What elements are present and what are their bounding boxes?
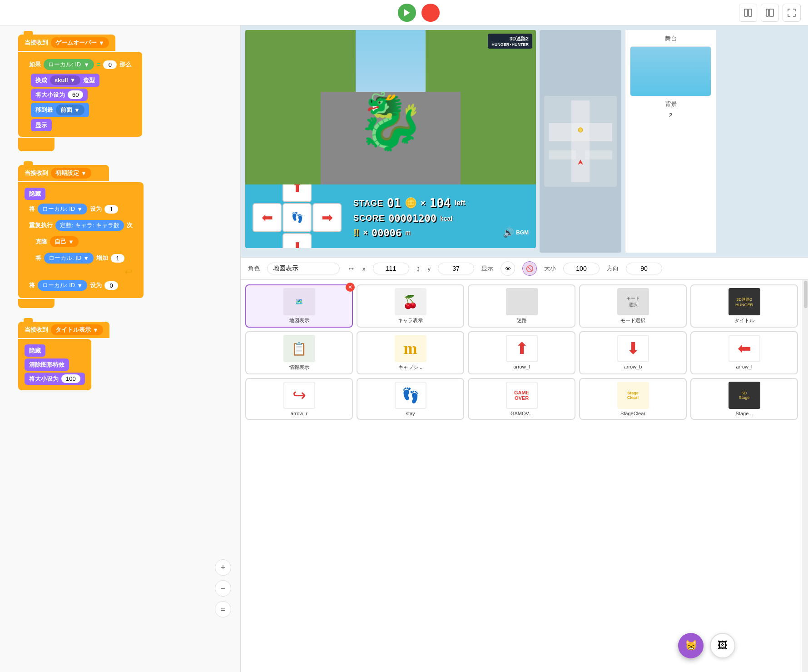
stop-button[interactable] [421, 4, 440, 22]
delete-badge[interactable]: ✕ [346, 283, 355, 292]
fullscreen-button[interactable] [783, 4, 801, 22]
sprite-card-maze[interactable]: 迷路 [468, 284, 575, 328]
sprite-img-chara: 🍒 [395, 288, 426, 315]
hat-prefix-1: 当接收到 [25, 39, 48, 47]
sprite-card-arrow-f[interactable]: ⬆ arrow_f [468, 331, 575, 374]
svg-rect-9 [585, 150, 612, 159]
green-flag-button[interactable] [398, 4, 416, 22]
hide-vis-button[interactable]: 🚫 [522, 261, 537, 276]
sprite-card-arrow-l[interactable]: ⬅ arrow_l [690, 331, 798, 374]
sprites-scrollbar[interactable] [803, 280, 808, 672]
sprite-card-arrow-b[interactable]: ⬇ arrow_b [579, 331, 687, 374]
local-id-var-3[interactable]: ローカル: ID ▼ [38, 280, 87, 291]
sprite-name-chara: キャラ表示 [398, 317, 423, 324]
clone-row: 克隆 自己 ▼ [31, 234, 137, 249]
svg-rect-4 [769, 9, 773, 16]
score-stat: SCORE 00001200 kcal [353, 213, 529, 224]
size-input[interactable] [563, 263, 600, 274]
set-id-row: 将 ローカル: ID ▼ 设为 1 [25, 202, 137, 216]
sprite-img-info: 📋 [283, 335, 315, 362]
local-id-var-2[interactable]: ローカル: ID ▼ [44, 253, 94, 264]
backdrop-count: 2 [630, 112, 711, 119]
clone-target-dropdown[interactable]: 自己 ▼ [50, 236, 79, 247]
hide-row-3: 隐藏 [25, 344, 85, 357]
stage-thumbnail[interactable] [630, 46, 711, 96]
sprite-properties-bar: 角色 ↔ x ↕ y 显示 👁 🚫 大小 方向 [241, 257, 808, 280]
hat-prefix-2: 当接收到 [25, 169, 48, 177]
arrow-down-btn[interactable]: ⬇ [283, 233, 312, 249]
sprite-card-gameover[interactable]: GAMEOVER GAMOV... [468, 378, 575, 420]
block-body-gameover: 如果 ローカル: ID ▼ = 0 那么 [18, 52, 142, 137]
sprite-name-maze: 迷路 [517, 317, 527, 324]
hat-event-init-dropdown[interactable]: 初期設定 ▼ [51, 168, 91, 179]
sprite-name-stay: stay [406, 411, 415, 416]
stage-sidebar: 舞台 背景 2 [625, 30, 716, 253]
hide-row-2: 隐藏 [25, 188, 137, 200]
zoom-reset-button[interactable]: = [215, 601, 231, 617]
costume-row: 换成 skull ▼ 造型 [31, 74, 136, 87]
arrow-right-btn[interactable]: ➡ [312, 203, 342, 232]
x-value-input[interactable] [373, 263, 409, 274]
val-1-input[interactable]: 1 [104, 205, 118, 214]
size-value-input[interactable]: 60 [68, 90, 83, 99]
zoom-out-button[interactable]: − [215, 580, 231, 597]
code-zoom-controls: + − = [215, 559, 231, 617]
sprite-card-map[interactable]: ✕ 🗺️ 地図表示 [245, 284, 353, 328]
dragon-character: 🐉 [357, 94, 425, 148]
sprite-img-arrow-r: ↪ [283, 382, 315, 409]
val-0-input[interactable]: 0 [104, 281, 118, 290]
sprite-name-caps: キャプシ... [398, 364, 422, 371]
footprint-btn[interactable]: 👣 [283, 203, 312, 232]
game-logo: 3D迷路2 HUNGER×HUNTER [488, 34, 532, 49]
layout-wide-button[interactable] [761, 4, 779, 22]
if-row: 如果 ローカル: ID ▼ = 0 那么 [25, 57, 136, 72]
sprite-name-gameover: GAMOV... [511, 411, 533, 416]
svg-rect-3 [766, 9, 768, 16]
local-id-var[interactable]: ローカル: ID ▼ [38, 204, 87, 214]
sprite-card-stay[interactable]: 👣 stay [357, 378, 464, 420]
layout-narrow-button[interactable] [739, 4, 757, 22]
local-id-input[interactable]: ローカル: ID ▼ [44, 59, 94, 70]
hat-event-title-dropdown[interactable]: タイトル表示 ▼ [51, 324, 103, 335]
sprite-img-stageclear: StageClear! [617, 382, 649, 409]
block-body-title: 隐藏 清除图形特效 将大小设为 100 [18, 339, 91, 390]
sprites-list-area: ✕ 🗺️ 地図表示 🍒 キャラ表示 迷路 モード選択 モード選択 [241, 280, 808, 672]
cat-button[interactable]: 😸 [678, 633, 704, 658]
stage-title: 舞台 [630, 35, 711, 43]
map-content [540, 30, 621, 253]
show-vis-button[interactable]: 👁 [501, 261, 515, 276]
sprite-img-maze [506, 288, 538, 315]
zoom-in-button[interactable]: + [215, 559, 231, 576]
sprite-name-info: 情報表示 [289, 364, 309, 371]
size-100-input[interactable]: 100 [61, 374, 80, 383]
sprite-card-stage5[interactable]: 5DStage Stage... [690, 378, 798, 420]
value-0-input[interactable]: 0 [103, 60, 117, 69]
sprite-card-title[interactable]: 3D迷路2HUNGER タイトル [690, 284, 798, 328]
map-svg [544, 96, 617, 187]
repeat-row: 重复执行 定数: キャラ: キャラ数 次 [25, 218, 137, 233]
sprite-card-caps[interactable]: m キャプシ... [357, 331, 464, 374]
arrow-left-btn[interactable]: ⬅ [253, 203, 282, 232]
add-sprite-button[interactable]: 🖼 [710, 633, 735, 658]
game-hud: ⬆ ⬅ 👣 ➡ ⬇ STAGE [245, 184, 536, 248]
sprite-card-mode[interactable]: モード選択 モード選択 [579, 284, 687, 328]
sprite-card-arrow-r[interactable]: ↪ arrow_r [245, 378, 353, 420]
svg-point-10 [578, 128, 583, 132]
toolbar-right [739, 4, 801, 22]
inc-val-input[interactable]: 1 [111, 254, 124, 263]
sprite-card-chara[interactable]: 🍒 キャラ表示 [357, 284, 464, 328]
toolbar-center [398, 4, 440, 22]
repeat-var[interactable]: 定数: キャラ: キャラ数 [55, 220, 124, 231]
sprite-card-stageclear[interactable]: StageClear! StageClear [579, 378, 687, 420]
sprites-list: ✕ 🗺️ 地図表示 🍒 キャラ表示 迷路 モード選択 モード選択 [241, 280, 803, 672]
sprite-name-arrow-f: arrow_f [513, 364, 530, 369]
hat-event-gameover-dropdown[interactable]: ゲームオーバー ▼ [51, 37, 109, 48]
costume-dropdown[interactable]: skull ▼ [50, 75, 80, 85]
direction-input[interactable] [626, 263, 662, 274]
move-target-dropdown[interactable]: 前面 ▼ [56, 105, 84, 115]
svg-rect-2 [749, 9, 752, 16]
if-label: 如果 [29, 60, 41, 69]
sprite-name-input[interactable] [267, 263, 340, 274]
y-value-input[interactable] [438, 263, 474, 274]
sprite-card-info[interactable]: 📋 情報表示 [245, 331, 353, 374]
